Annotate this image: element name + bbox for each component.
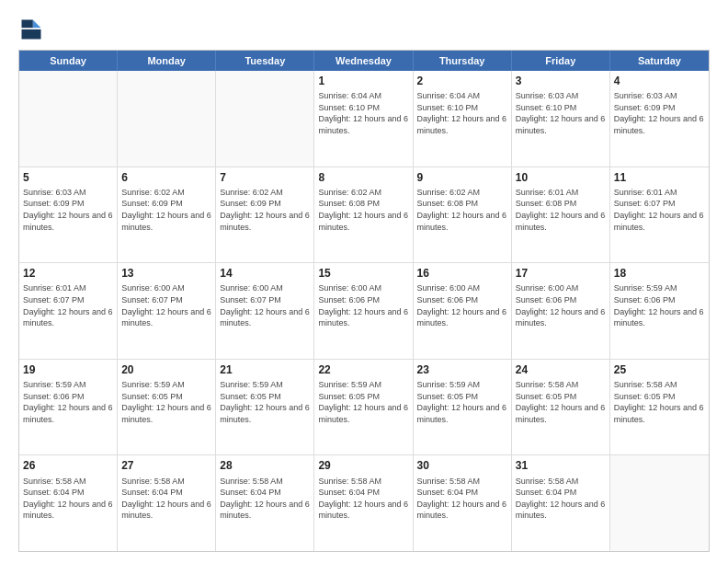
day-number: 13 (121, 266, 211, 281)
day-cell-4: 4Sunrise: 6:03 AM Sunset: 6:09 PM Daylig… (610, 71, 709, 167)
day-info: Sunrise: 6:04 AM Sunset: 6:10 PM Dayligh… (417, 90, 507, 136)
day-cell-16: 16Sunrise: 6:00 AM Sunset: 6:06 PM Dayli… (414, 263, 512, 359)
svg-rect-2 (22, 29, 41, 40)
day-info: Sunrise: 5:58 AM Sunset: 6:04 PM Dayligh… (417, 476, 507, 522)
day-number: 26 (23, 458, 113, 473)
day-cell-13: 13Sunrise: 6:00 AM Sunset: 6:07 PM Dayli… (118, 263, 216, 359)
day-cell-28: 28Sunrise: 5:58 AM Sunset: 6:04 PM Dayli… (216, 455, 314, 551)
day-cell-29: 29Sunrise: 5:58 AM Sunset: 6:04 PM Dayli… (314, 455, 413, 551)
day-cell-19: 19Sunrise: 5:59 AM Sunset: 6:06 PM Dayli… (19, 360, 118, 455)
day-info: Sunrise: 5:58 AM Sunset: 6:05 PM Dayligh… (614, 379, 705, 425)
calendar-row-2: 5Sunrise: 6:03 AM Sunset: 6:09 PM Daylig… (19, 167, 709, 263)
day-info: Sunrise: 5:58 AM Sunset: 6:04 PM Dayligh… (23, 476, 113, 522)
day-number: 8 (318, 170, 408, 185)
page: SundayMondayTuesdayWednesdayThursdayFrid… (0, 0, 728, 563)
day-cell-1: 1Sunrise: 6:04 AM Sunset: 6:10 PM Daylig… (314, 71, 413, 167)
day-info: Sunrise: 6:01 AM Sunset: 6:07 PM Dayligh… (23, 282, 113, 328)
day-info: Sunrise: 6:01 AM Sunset: 6:08 PM Dayligh… (516, 187, 606, 233)
day-cell-12: 12Sunrise: 6:01 AM Sunset: 6:07 PM Dayli… (19, 263, 118, 359)
day-cell-25: 25Sunrise: 5:58 AM Sunset: 6:05 PM Dayli… (610, 360, 709, 455)
empty-cell-0-2 (216, 71, 314, 167)
day-number: 30 (417, 458, 507, 473)
day-info: Sunrise: 6:03 AM Sunset: 6:09 PM Dayligh… (614, 90, 705, 136)
day-number: 18 (614, 266, 705, 281)
calendar-row-1: 1Sunrise: 6:04 AM Sunset: 6:10 PM Daylig… (19, 71, 709, 167)
day-number: 4 (614, 74, 705, 88)
day-info: Sunrise: 5:58 AM Sunset: 6:04 PM Dayligh… (220, 476, 310, 522)
day-cell-14: 14Sunrise: 6:00 AM Sunset: 6:07 PM Dayli… (216, 263, 314, 359)
day-info: Sunrise: 5:58 AM Sunset: 6:04 PM Dayligh… (516, 476, 606, 522)
day-cell-31: 31Sunrise: 5:58 AM Sunset: 6:04 PM Dayli… (512, 455, 610, 551)
day-number: 31 (516, 458, 606, 473)
day-cell-10: 10Sunrise: 6:01 AM Sunset: 6:08 PM Dayli… (512, 167, 610, 263)
day-header-sunday: Sunday (19, 51, 118, 71)
day-number: 11 (614, 170, 705, 185)
day-number: 29 (318, 458, 408, 473)
day-number: 19 (23, 362, 113, 377)
day-number: 25 (614, 362, 705, 377)
day-number: 5 (23, 170, 113, 185)
day-info: Sunrise: 5:58 AM Sunset: 6:05 PM Dayligh… (516, 379, 606, 425)
empty-cell-4-6 (610, 455, 709, 551)
day-info: Sunrise: 6:01 AM Sunset: 6:07 PM Dayligh… (614, 187, 705, 233)
day-number: 1 (318, 74, 408, 88)
day-cell-23: 23Sunrise: 5:59 AM Sunset: 6:05 PM Dayli… (414, 360, 512, 455)
day-cell-24: 24Sunrise: 5:58 AM Sunset: 6:05 PM Dayli… (512, 360, 610, 455)
calendar-row-5: 26Sunrise: 5:58 AM Sunset: 6:04 PM Dayli… (19, 454, 709, 551)
day-number: 7 (220, 170, 310, 185)
logo-icon (18, 17, 44, 42)
day-cell-21: 21Sunrise: 5:59 AM Sunset: 6:05 PM Dayli… (216, 360, 314, 455)
day-info: Sunrise: 6:02 AM Sunset: 6:08 PM Dayligh… (318, 187, 408, 233)
day-info: Sunrise: 6:04 AM Sunset: 6:10 PM Dayligh… (318, 90, 408, 136)
calendar-row-3: 12Sunrise: 6:01 AM Sunset: 6:07 PM Dayli… (19, 262, 709, 359)
calendar-header: SundayMondayTuesdayWednesdayThursdayFrid… (19, 51, 709, 71)
day-info: Sunrise: 5:59 AM Sunset: 6:06 PM Dayligh… (23, 379, 113, 425)
day-info: Sunrise: 6:00 AM Sunset: 6:07 PM Dayligh… (220, 282, 310, 328)
day-number: 12 (23, 266, 113, 281)
day-cell-22: 22Sunrise: 5:59 AM Sunset: 6:05 PM Dayli… (314, 360, 413, 455)
day-cell-18: 18Sunrise: 5:59 AM Sunset: 6:06 PM Dayli… (610, 263, 709, 359)
day-number: 22 (318, 362, 408, 377)
calendar-row-4: 19Sunrise: 5:59 AM Sunset: 6:06 PM Dayli… (19, 359, 709, 455)
day-number: 16 (417, 266, 507, 281)
svg-rect-1 (22, 20, 33, 29)
day-info: Sunrise: 5:59 AM Sunset: 6:05 PM Dayligh… (318, 379, 408, 425)
day-info: Sunrise: 6:02 AM Sunset: 6:09 PM Dayligh… (121, 187, 211, 233)
day-number: 3 (516, 74, 606, 88)
day-info: Sunrise: 6:00 AM Sunset: 6:06 PM Dayligh… (318, 282, 408, 328)
day-info: Sunrise: 6:00 AM Sunset: 6:06 PM Dayligh… (417, 282, 507, 328)
empty-cell-0-1 (118, 71, 216, 167)
day-cell-20: 20Sunrise: 5:59 AM Sunset: 6:05 PM Dayli… (118, 360, 216, 455)
day-header-thursday: Thursday (414, 51, 512, 71)
day-info: Sunrise: 6:02 AM Sunset: 6:09 PM Dayligh… (220, 187, 310, 233)
day-info: Sunrise: 6:02 AM Sunset: 6:08 PM Dayligh… (417, 187, 507, 233)
day-header-wednesday: Wednesday (314, 51, 413, 71)
day-number: 17 (516, 266, 606, 281)
day-info: Sunrise: 5:58 AM Sunset: 6:04 PM Dayligh… (318, 476, 408, 522)
day-info: Sunrise: 6:03 AM Sunset: 6:10 PM Dayligh… (516, 90, 606, 136)
day-info: Sunrise: 5:59 AM Sunset: 6:05 PM Dayligh… (417, 379, 507, 425)
day-number: 24 (516, 362, 606, 377)
day-number: 28 (220, 458, 310, 473)
day-cell-11: 11Sunrise: 6:01 AM Sunset: 6:07 PM Dayli… (610, 167, 709, 263)
logo (18, 17, 48, 42)
day-cell-8: 8Sunrise: 6:02 AM Sunset: 6:08 PM Daylig… (314, 167, 413, 263)
calendar-body: 1Sunrise: 6:04 AM Sunset: 6:10 PM Daylig… (19, 71, 709, 551)
day-header-friday: Friday (512, 51, 610, 71)
day-number: 9 (417, 170, 507, 185)
day-number: 21 (220, 362, 310, 377)
day-number: 10 (516, 170, 606, 185)
day-cell-6: 6Sunrise: 6:02 AM Sunset: 6:09 PM Daylig… (118, 167, 216, 263)
day-cell-2: 2Sunrise: 6:04 AM Sunset: 6:10 PM Daylig… (414, 71, 512, 167)
day-cell-15: 15Sunrise: 6:00 AM Sunset: 6:06 PM Dayli… (314, 263, 413, 359)
day-number: 2 (417, 74, 507, 88)
day-info: Sunrise: 6:00 AM Sunset: 6:07 PM Dayligh… (121, 282, 211, 328)
day-cell-27: 27Sunrise: 5:58 AM Sunset: 6:04 PM Dayli… (118, 455, 216, 551)
day-info: Sunrise: 5:58 AM Sunset: 6:04 PM Dayligh… (121, 476, 211, 522)
day-cell-26: 26Sunrise: 5:58 AM Sunset: 6:04 PM Dayli… (19, 455, 118, 551)
svg-marker-0 (33, 20, 41, 29)
day-cell-17: 17Sunrise: 6:00 AM Sunset: 6:06 PM Dayli… (512, 263, 610, 359)
day-header-tuesday: Tuesday (216, 51, 314, 71)
day-cell-3: 3Sunrise: 6:03 AM Sunset: 6:10 PM Daylig… (512, 71, 610, 167)
day-info: Sunrise: 6:00 AM Sunset: 6:06 PM Dayligh… (516, 282, 606, 328)
